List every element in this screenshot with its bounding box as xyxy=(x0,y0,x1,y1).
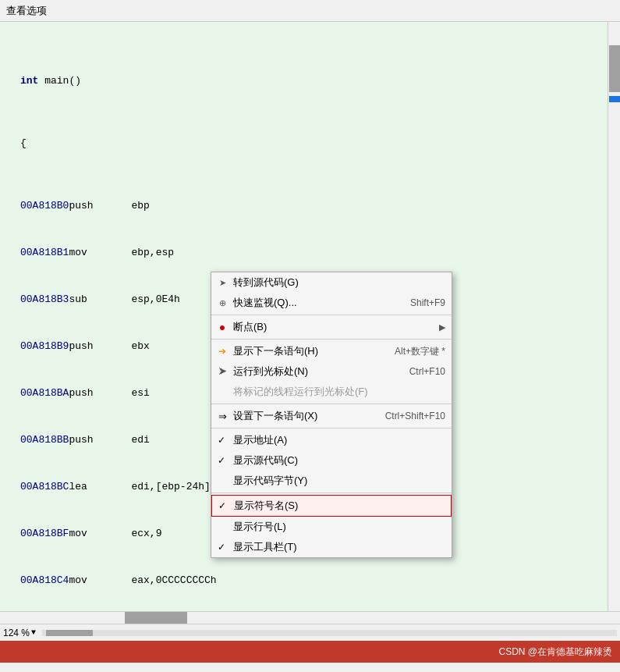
menu-separator xyxy=(211,492,452,493)
addr: 00A818BF xyxy=(5,526,69,542)
addr: 00A818B9 xyxy=(5,339,69,354)
menu-separator xyxy=(211,315,452,315)
addr: 00A818B0 xyxy=(5,198,69,214)
bottom-bar-text: CSDN @在肯德基吃麻辣烫 xyxy=(498,645,612,659)
addr: 00A818BB xyxy=(5,432,69,448)
operand: eax,0CCCCCCCCh xyxy=(131,573,216,588)
menu-item-quick-watch[interactable]: ⊕ 快速监视(Q)... Shift+F9 xyxy=(211,293,452,313)
submenu-arrow-icon: ▶ xyxy=(439,322,445,332)
operand: ecx,9 xyxy=(131,526,161,542)
menu-item-show-source[interactable]: ✓ 显示源代码(C) xyxy=(211,450,452,471)
horizontal-scroll-thumb[interactable] xyxy=(46,630,93,636)
mnemonic: mov xyxy=(69,526,131,542)
operand: esp,0E4h xyxy=(131,292,179,308)
code-area: int main() { 00A818B0 push ebp 00A818B1 … xyxy=(0,22,620,641)
code-line: { xyxy=(5,136,620,151)
check-icon: ✓ xyxy=(218,455,225,466)
menu-item-show-address[interactable]: ✓ 显示地址(A) xyxy=(211,430,452,450)
menu-separator xyxy=(211,339,452,340)
bottom-bar: CSDN @在肯德基吃麻辣烫 xyxy=(0,641,620,663)
menu-item-label: 运行到光标处(N) xyxy=(233,364,308,379)
menu-item-shortcut: Alt+数字键 * xyxy=(395,345,445,358)
menu-item-label: 显示下一条语句(H) xyxy=(233,344,318,358)
menu-item-shortcut: Shift+F9 xyxy=(410,297,445,308)
code-line: int main() xyxy=(5,73,620,89)
zoom-value: 124 % xyxy=(3,628,30,638)
menu-item-label: 显示工具栏(T) xyxy=(233,540,297,554)
check-icon: ✓ xyxy=(218,500,226,511)
menu-separator xyxy=(211,404,452,404)
zoom-dropdown-icon[interactable]: ▼ xyxy=(31,628,36,637)
addr: 00A818BA xyxy=(5,386,69,401)
menu-item-label: 将标记的线程运行到光标处(F) xyxy=(233,385,368,399)
show-next-icon: ➔ xyxy=(214,346,230,357)
operand: esi xyxy=(131,386,149,401)
toolbar-label: 查看选项 xyxy=(6,4,47,18)
scrollbar-vertical[interactable] xyxy=(608,22,620,641)
scrollbar-thumb[interactable] xyxy=(609,45,620,92)
addr: 00A818C4 xyxy=(5,573,69,588)
operand: ebp xyxy=(131,198,149,214)
menu-item-show-line[interactable]: 显示行号(L) xyxy=(211,517,452,537)
addr: 00A818BC xyxy=(5,479,69,495)
top-toolbar: 查看选项 xyxy=(0,0,620,22)
scrollbar-thumb-position xyxy=(609,96,620,102)
menu-item-label: 显示行号(L) xyxy=(233,520,286,534)
menu-item-show-toolbar[interactable]: ✓ 显示工具栏(T) xyxy=(211,537,452,557)
horizontal-scroll-track[interactable] xyxy=(42,630,617,636)
mnemonic: lea xyxy=(69,479,131,495)
mnemonic: mov xyxy=(69,573,131,588)
menu-item-shortcut: Ctrl+Shift+F10 xyxy=(385,411,445,421)
code-text: { xyxy=(5,136,27,151)
operand: ebx xyxy=(131,339,149,354)
mnemonic: push xyxy=(69,198,131,214)
breakpoint-icon: ● xyxy=(214,321,230,333)
menu-item-shortcut: Ctrl+F10 xyxy=(409,366,445,377)
menu-item-label: 显示地址(A) xyxy=(233,433,287,447)
check-icon: ✓ xyxy=(218,542,225,553)
menu-item-label: 转到源代码(G) xyxy=(233,276,299,290)
context-menu: ➤ 转到源代码(G) ⊕ 快速监视(Q)... Shift+F9 ● 断点(B)… xyxy=(211,272,452,558)
operand: ebp,esp xyxy=(131,245,174,261)
menu-item-label: 断点(B) xyxy=(233,320,267,334)
menu-item-label: 显示源代码(C) xyxy=(233,453,298,468)
addr: 00A818B3 xyxy=(5,292,69,308)
menu-item-set-thread-cursor[interactable]: 将标记的线程运行到光标处(F) xyxy=(211,382,452,402)
code-line: 00A818B0 push ebp xyxy=(5,198,620,214)
mnemonic: push xyxy=(69,386,131,401)
menu-item-label: 显示代码字节(Y) xyxy=(233,474,307,488)
menu-separator xyxy=(211,428,452,428)
menu-item-breakpoint[interactable]: ● 断点(B) ▶ xyxy=(211,317,452,337)
mnemonic: mov xyxy=(69,245,131,261)
run-to-cursor-icon: ⮞ xyxy=(214,367,230,376)
check-icon: ✓ xyxy=(218,435,225,446)
menu-item-label: 快速监视(Q)... xyxy=(233,296,297,310)
menu-item-set-next-stmt[interactable]: ⇒ 设置下一条语句(X) Ctrl+Shift+F10 xyxy=(211,406,452,426)
zoom-bar: 124 % ▼ xyxy=(0,624,620,641)
code-line: 00A818C4 mov eax,0CCCCCCCCh xyxy=(5,573,620,588)
menu-item-goto-source[interactable]: ➤ 转到源代码(G) xyxy=(211,272,452,293)
code-line: 00A818B1 mov ebp,esp xyxy=(5,245,620,261)
menu-item-run-to-cursor[interactable]: ⮞ 运行到光标处(N) Ctrl+F10 xyxy=(211,361,452,382)
menu-item-show-symbol[interactable]: ✓ 显示符号名(S) xyxy=(211,495,452,517)
mnemonic: push xyxy=(69,339,131,354)
operand: edi,[ebp-24h] xyxy=(131,479,210,495)
set-next-icon: ⇒ xyxy=(214,411,230,422)
menu-item-label: 显示符号名(S) xyxy=(234,499,298,513)
menu-item-label: 设置下一条语句(X) xyxy=(233,409,317,423)
addr: 00A818B1 xyxy=(5,245,69,261)
menu-item-show-code-bytes[interactable]: 显示代码字节(Y) xyxy=(211,471,452,491)
operand: edi xyxy=(131,432,149,448)
goto-source-icon: ➤ xyxy=(214,278,230,288)
scrollbar-horizontal[interactable] xyxy=(0,611,620,624)
mnemonic: push xyxy=(69,432,131,448)
quick-watch-icon: ⊕ xyxy=(214,298,230,308)
menu-item-show-next[interactable]: ➔ 显示下一条语句(H) Alt+数字键 * xyxy=(211,341,452,361)
code-text: int main() xyxy=(5,73,81,89)
mnemonic: sub xyxy=(69,292,131,308)
